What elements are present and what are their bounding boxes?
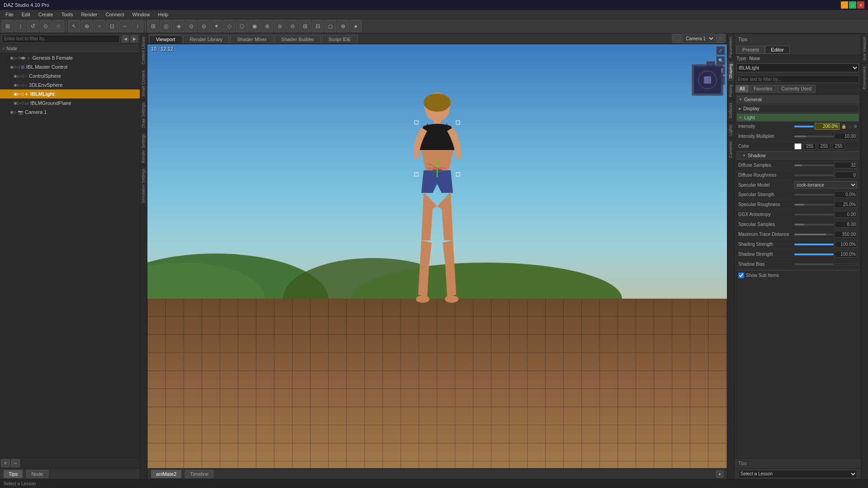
toolbar-btn-3[interactable]: ↺: [27, 20, 39, 32]
rtab-surfaces[interactable]: Surfaces: [727, 99, 734, 122]
toolbar-btn-node[interactable]: ⊕: [81, 20, 93, 32]
toolbar-btn-8[interactable]: ◎: [160, 20, 172, 32]
scene-remove-btn[interactable]: −: [11, 459, 20, 467]
prop-intensity-slider[interactable]: [794, 126, 814, 127]
vtab-render-settings[interactable]: Render Settings: [140, 131, 147, 166]
vtab-simulation-settings[interactable]: Simulation Settings: [140, 165, 147, 206]
menu-help[interactable]: Help: [155, 11, 172, 18]
color-r[interactable]: 255: [803, 143, 816, 150]
menu-edit[interactable]: Edit: [18, 11, 34, 18]
section-display-header[interactable]: ▶ Display: [736, 104, 859, 113]
toolbar-btn-11[interactable]: ⊘: [198, 20, 210, 32]
tab-timeline[interactable]: Timeline: [185, 470, 213, 478]
prop-shadow-bias-container[interactable]: [794, 263, 857, 265]
prop-ggx-container[interactable]: 0.00: [794, 211, 857, 218]
scene-item-genesis[interactable]: ◉▷◁◀▶ ♀ Genesis 8 Female: [0, 53, 140, 62]
menu-window[interactable]: Window: [128, 11, 153, 18]
maximize-button[interactable]: □: [849, 1, 856, 9]
subsection-shadow-header[interactable]: ▼ Shadow: [736, 151, 859, 160]
prop-diffuse-samples-slider[interactable]: [794, 164, 834, 166]
scene-item-ibl-master[interactable]: ◉▷◁ ⊞ IBL Master Control: [0, 62, 140, 71]
filter-currently-used-btn[interactable]: Currently Used: [777, 85, 816, 93]
scene-item-ground-plane[interactable]: ◉▷◁ ▭ IBLMGroundPlane: [0, 99, 140, 108]
color-g[interactable]: 255: [818, 143, 830, 150]
close-button[interactable]: ✕: [857, 1, 864, 9]
tab-script-ide[interactable]: Script IDE: [322, 35, 358, 43]
toolbar-btn-move[interactable]: ↔: [119, 20, 131, 32]
prop-specular-roughness-slider[interactable]: [794, 204, 834, 206]
rtab-cameras[interactable]: Cameras: [727, 138, 734, 161]
filter-favorites-btn[interactable]: Favorites: [750, 85, 776, 93]
toolbar-btn-10[interactable]: ⊙: [185, 20, 197, 32]
toolbar-btn-22[interactable]: ⊕: [337, 20, 349, 32]
camera-selector[interactable]: Camera 1: [682, 33, 715, 43]
tab-render-library[interactable]: Render Library: [183, 35, 230, 43]
prop-specular-strength-container[interactable]: 0.0%: [794, 191, 857, 198]
prop-intensity-mult-slider[interactable]: [794, 136, 834, 137]
prop-specular-model-select[interactable]: cook-torrance: [794, 181, 857, 188]
menu-tools[interactable]: Tools: [58, 11, 77, 18]
light-name-selector[interactable]: IBLMLight: [736, 63, 859, 72]
vtab-content-library[interactable]: Content Library: [140, 33, 147, 67]
prop-intensity-heart[interactable]: ♡: [848, 124, 852, 129]
prop-diffuse-roughness-container[interactable]: 0: [794, 172, 857, 178]
toolbar-btn-4[interactable]: ⊙: [40, 20, 52, 32]
menu-connect[interactable]: Connect: [102, 11, 128, 18]
toolbar-btn-9[interactable]: ◈: [173, 20, 184, 32]
prop-intensity-mult-slider-container[interactable]: 10.00: [794, 133, 857, 140]
scene-add-btn[interactable]: +: [1, 459, 10, 467]
color-swatch[interactable]: [794, 143, 802, 150]
prop-diffuse-samples-container[interactable]: 32: [794, 162, 857, 169]
toolbar-btn-12[interactable]: ✦: [211, 20, 222, 32]
toolbar-btn-23[interactable]: ●: [350, 20, 362, 32]
menu-render[interactable]: Render: [77, 11, 101, 18]
prop-shading-strength-slider[interactable]: [794, 244, 834, 245]
toolbar-btn-17[interactable]: ⊜: [274, 20, 286, 32]
viewport-expand-btn[interactable]: ⤢: [716, 46, 725, 55]
rtab-lights[interactable]: Lights: [727, 122, 734, 138]
toolbar-btn-14[interactable]: ⬡: [236, 20, 248, 32]
scene-item-iblmlight[interactable]: ◉▷◁ ☀ IBLMLight: [0, 89, 140, 99]
prop-shadow-bias-slider[interactable]: [794, 263, 834, 265]
toolbar-btn-20[interactable]: ⊟: [312, 20, 324, 32]
show-sub-items-checkbox[interactable]: [738, 272, 744, 278]
tab-shader-mixer[interactable]: Shader Mixer: [230, 35, 273, 43]
filter-next-btn[interactable]: ▶: [131, 35, 138, 42]
far-rtab-aux-viewport[interactable]: Aux Viewport: [861, 33, 868, 63]
prop-shadow-strength-container[interactable]: 100.0%: [794, 251, 857, 258]
section-general-header[interactable]: ▼ General: [736, 95, 859, 103]
lesson-select[interactable]: Select a Lesson: [738, 470, 857, 478]
viewport-ctrl-expand[interactable]: ⬛: [672, 34, 681, 43]
left-tab-node[interactable]: Node: [26, 470, 48, 478]
tab-shader-builder[interactable]: Shader Builder: [274, 35, 321, 43]
bottom-expand-btn[interactable]: ▲: [716, 470, 723, 478]
far-rtab-environment[interactable]: Environment: [861, 63, 868, 92]
toolbar-btn-19[interactable]: ⊞: [299, 20, 311, 32]
scene-item-control-sphere[interactable]: ◉▷◁ ○ ControlSphere: [0, 71, 140, 80]
toolbar-btn-6[interactable]: ↕: [132, 20, 143, 32]
viewport-ctrl-cam[interactable]: 🎥: [716, 34, 725, 43]
tab-editor[interactable]: Editor: [765, 46, 790, 54]
toolbar-btn-1[interactable]: ⊞: [2, 20, 14, 32]
prop-intensity-slider-container[interactable]: 200.0%: [794, 123, 840, 130]
prop-diffuse-roughness-slider[interactable]: [794, 174, 834, 176]
tab-viewport[interactable]: Viewport: [149, 35, 182, 43]
vtab-draw-settings[interactable]: Draw Settings: [140, 99, 147, 131]
viewport[interactable]: 10 : 12:12 ○ ⤢ 🔍: [147, 44, 727, 468]
rtab-shaping[interactable]: Shaping: [727, 61, 734, 81]
toolbar-btn-select[interactable]: ↖: [68, 20, 80, 32]
toolbar-btn-5[interactable]: ☆: [52, 20, 64, 32]
toolbar-btn-2[interactable]: ↕: [14, 20, 26, 32]
minimize-button[interactable]: —: [841, 1, 848, 9]
color-b[interactable]: 255: [832, 143, 845, 150]
toolbar-btn-15[interactable]: ◉: [249, 20, 260, 32]
toolbar-btn-scale[interactable]: ⊡: [106, 20, 118, 32]
viewport-zoom-btn[interactable]: 🔍: [716, 56, 725, 65]
filter-all-btn[interactable]: All: [736, 85, 749, 93]
prop-ggx-slider[interactable]: [794, 214, 834, 216]
toolbar-btn-18[interactable]: ⊝: [287, 20, 298, 32]
prop-specular-samples-slider[interactable]: [794, 224, 834, 225]
section-light-header[interactable]: ▼ Light: [736, 113, 859, 122]
rtab-parameters[interactable]: Parameters: [727, 33, 734, 61]
left-tab-tips[interactable]: Tips: [4, 470, 23, 478]
